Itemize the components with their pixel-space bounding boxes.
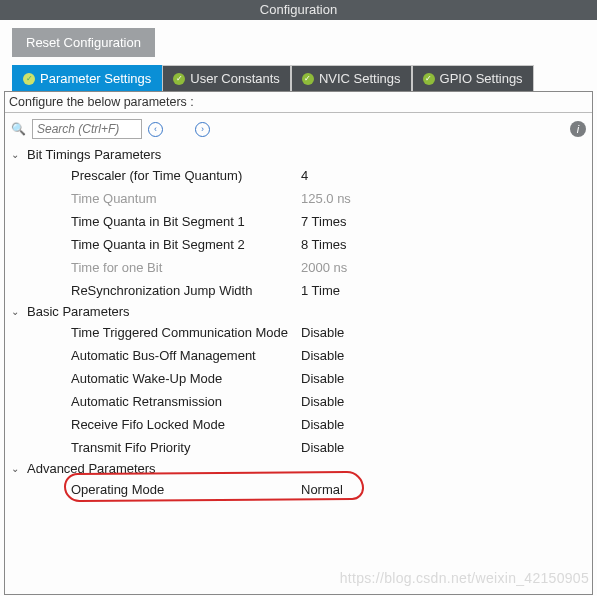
- param-label: Time Triggered Communication Mode: [71, 323, 301, 342]
- group-label: Bit Timings Parameters: [27, 147, 161, 162]
- param-value: Disable: [301, 438, 344, 457]
- parameter-panel: Configure the below parameters : 🔍 ‹ › i…: [4, 91, 593, 595]
- param-time-quantum: Time Quantum 125.0 ns: [9, 187, 588, 210]
- group-advanced[interactable]: ⌄ Advanced Parameters: [9, 459, 588, 478]
- param-time-triggered[interactable]: Time Triggered Communication Mode Disabl…: [9, 321, 588, 344]
- param-operating-mode[interactable]: Operating Mode Normal: [9, 478, 588, 501]
- param-value: 7 Times: [301, 212, 347, 231]
- param-label: Time for one Bit: [71, 258, 301, 277]
- param-label: Operating Mode: [71, 480, 301, 499]
- group-basic[interactable]: ⌄ Basic Parameters: [9, 302, 588, 321]
- tab-user-constants[interactable]: ✓ User Constants: [162, 65, 291, 91]
- param-tq-seg1[interactable]: Time Quanta in Bit Segment 1 7 Times: [9, 210, 588, 233]
- search-next-button[interactable]: ›: [195, 122, 210, 137]
- param-value: 125.0 ns: [301, 189, 351, 208]
- param-label: Time Quanta in Bit Segment 2: [71, 235, 301, 254]
- param-label: Receive Fifo Locked Mode: [71, 415, 301, 434]
- chevron-down-icon: ⌄: [11, 149, 23, 160]
- group-bit-timings[interactable]: ⌄ Bit Timings Parameters: [9, 145, 588, 164]
- param-prescaler[interactable]: Prescaler (for Time Quantum) 4: [9, 164, 588, 187]
- parameter-tree: ⌄ Bit Timings Parameters Prescaler (for …: [5, 143, 592, 503]
- tab-label: NVIC Settings: [319, 71, 401, 86]
- param-label: Time Quanta in Bit Segment 1: [71, 212, 301, 231]
- param-label: Automatic Bus-Off Management: [71, 346, 301, 365]
- param-label: Time Quantum: [71, 189, 301, 208]
- param-label: Automatic Retransmission: [71, 392, 301, 411]
- panel-subheader: Configure the below parameters :: [5, 92, 592, 113]
- param-value: Disable: [301, 346, 344, 365]
- tab-label: User Constants: [190, 71, 280, 86]
- param-time-one-bit: Time for one Bit 2000 ns: [9, 256, 588, 279]
- group-label: Advanced Parameters: [27, 461, 156, 476]
- param-label: Transmit Fifo Priority: [71, 438, 301, 457]
- param-rx-fifo-locked[interactable]: Receive Fifo Locked Mode Disable: [9, 413, 588, 436]
- search-input[interactable]: [32, 119, 142, 139]
- check-icon: ✓: [423, 73, 435, 85]
- group-bit-timings-body: Prescaler (for Time Quantum) 4 Time Quan…: [9, 164, 588, 302]
- group-basic-body: Time Triggered Communication Mode Disabl…: [9, 321, 588, 459]
- tab-bar: ✓ Parameter Settings ✓ User Constants ✓ …: [0, 65, 597, 91]
- check-icon: ✓: [302, 73, 314, 85]
- param-value: Disable: [301, 323, 344, 342]
- param-auto-wakeup[interactable]: Automatic Wake-Up Mode Disable: [9, 367, 588, 390]
- info-icon[interactable]: i: [570, 121, 586, 137]
- watermark: https://blog.csdn.net/weixin_42150905: [340, 570, 589, 586]
- search-icon: 🔍: [11, 122, 26, 136]
- search-row: 🔍 ‹ › i: [5, 113, 592, 143]
- search-prev-button[interactable]: ‹: [148, 122, 163, 137]
- group-advanced-body: Operating Mode Normal: [9, 478, 588, 501]
- group-label: Basic Parameters: [27, 304, 130, 319]
- tab-label: GPIO Settings: [440, 71, 523, 86]
- param-value: Disable: [301, 392, 344, 411]
- param-tq-seg2[interactable]: Time Quanta in Bit Segment 2 8 Times: [9, 233, 588, 256]
- param-resync-jump-width[interactable]: ReSynchronization Jump Width 1 Time: [9, 279, 588, 302]
- tab-nvic-settings[interactable]: ✓ NVIC Settings: [291, 65, 412, 91]
- tab-gpio-settings[interactable]: ✓ GPIO Settings: [412, 65, 534, 91]
- param-value: Disable: [301, 415, 344, 434]
- param-label: ReSynchronization Jump Width: [71, 281, 301, 300]
- check-icon: ✓: [173, 73, 185, 85]
- tab-label: Parameter Settings: [40, 71, 151, 86]
- reset-configuration-button[interactable]: Reset Configuration: [12, 28, 155, 57]
- tab-parameter-settings[interactable]: ✓ Parameter Settings: [12, 65, 162, 91]
- param-label: Automatic Wake-Up Mode: [71, 369, 301, 388]
- window-title: Configuration: [0, 0, 597, 20]
- param-value: 8 Times: [301, 235, 347, 254]
- param-label: Prescaler (for Time Quantum): [71, 166, 301, 185]
- param-value: 4: [301, 166, 308, 185]
- param-value: 1 Time: [301, 281, 340, 300]
- check-icon: ✓: [23, 73, 35, 85]
- param-value: Normal: [301, 480, 343, 499]
- toolbar: Reset Configuration: [0, 20, 597, 65]
- param-value: 2000 ns: [301, 258, 347, 277]
- chevron-down-icon: ⌄: [11, 463, 23, 474]
- param-auto-busoff[interactable]: Automatic Bus-Off Management Disable: [9, 344, 588, 367]
- param-tx-fifo-priority[interactable]: Transmit Fifo Priority Disable: [9, 436, 588, 459]
- param-auto-retrans[interactable]: Automatic Retransmission Disable: [9, 390, 588, 413]
- chevron-down-icon: ⌄: [11, 306, 23, 317]
- param-value: Disable: [301, 369, 344, 388]
